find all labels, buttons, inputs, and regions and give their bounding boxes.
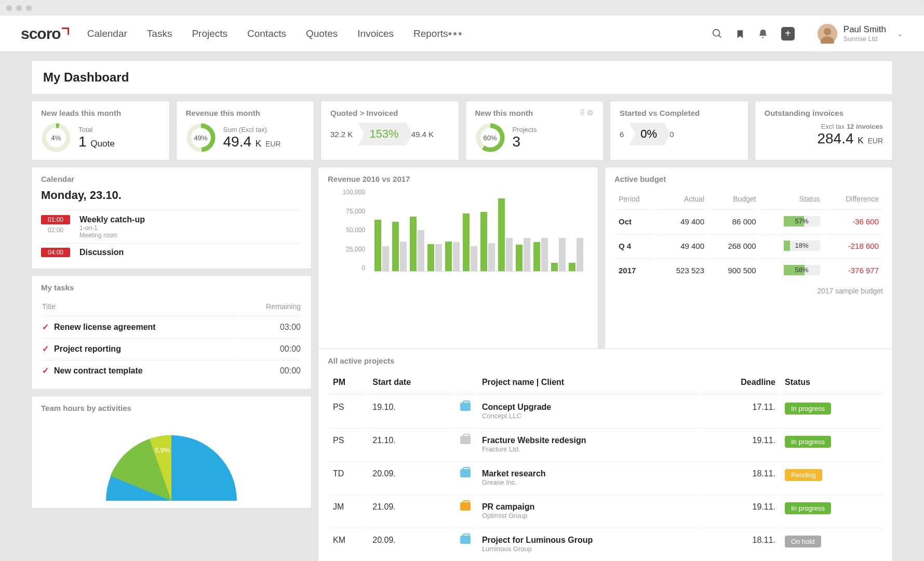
kpi-title: Outstanding invoices: [765, 109, 883, 117]
kpi-new-leads[interactable]: New leads this month 4% Total1 Quote: [31, 101, 170, 161]
nav-calendar[interactable]: Calendar: [87, 28, 127, 39]
status-badge: In progress: [785, 502, 831, 514]
arrow-indicator: 153%: [358, 123, 406, 145]
widget-title: My tasks: [41, 283, 302, 292]
widget-title: All active projects: [328, 356, 883, 365]
kpi-title: Quoted > Invoiced: [330, 109, 449, 117]
arrow-indicator: 0%: [629, 123, 664, 145]
briefcase-icon: [460, 403, 471, 411]
project-row[interactable]: PS21.10.Fracture Website redesignFractur…: [329, 428, 882, 460]
logo-mark-icon: [62, 28, 69, 35]
kpi-new-month[interactable]: New this month⠿ ⚙ 60% Projects3: [465, 101, 604, 161]
check-icon[interactable]: ✓: [42, 344, 49, 353]
status-badge: Pending: [785, 469, 822, 481]
avatar: [818, 24, 837, 44]
window-titlebar: [0, 0, 924, 16]
user-name: Paul Smith: [843, 24, 886, 35]
task-row[interactable]: ✓Renew license agreement03:00: [42, 316, 301, 337]
kpi-revenue[interactable]: Revenue this month 49% Sum (Excl tax)49.…: [176, 101, 315, 161]
kpi-started-completed[interactable]: Started vs Completed 6 0% 0: [610, 101, 748, 161]
project-row[interactable]: TD20.09.Market researchGrease Inc.18.11.…: [329, 461, 882, 493]
kpi-title: New this month⠿ ⚙: [475, 109, 594, 117]
briefcase-icon: [460, 469, 471, 477]
time-badge: 04:00: [41, 248, 70, 257]
nav-contacts[interactable]: Contacts: [247, 28, 286, 39]
page-header: My Dashboard: [31, 60, 893, 95]
calendar-widget: Calendar Monday, 23.10. 01:0002:00Weekly…: [31, 167, 312, 269]
donut-chart: 60%: [475, 123, 505, 153]
time-badge: 01:00: [41, 215, 70, 224]
kpi-outstanding[interactable]: Outstanding invoices Excl tax 12 invoice…: [755, 101, 893, 161]
svg-line-1: [719, 35, 721, 37]
briefcase-icon: [460, 536, 471, 544]
status-badge: In progress: [785, 436, 831, 448]
briefcase-icon: [460, 502, 471, 511]
widget-title: Active budget: [614, 175, 883, 183]
card-drag-icon[interactable]: ⠿ ⚙: [580, 109, 594, 117]
nav-invoices[interactable]: Invoices: [357, 28, 394, 39]
budget-note: 2017 sample budget: [614, 287, 883, 295]
calendar-date: Monday, 23.10.: [41, 189, 302, 202]
logo[interactable]: scoro: [21, 25, 69, 43]
task-row[interactable]: ✓Project reporting00:00: [42, 338, 301, 359]
traffic-light-close[interactable]: [6, 5, 12, 11]
search-icon[interactable]: [712, 28, 723, 39]
donut-chart: 4%: [41, 123, 71, 153]
status-badge: In progress: [785, 403, 831, 415]
widget-title: Revenue 2016 vs 2017: [328, 175, 588, 183]
widget-title: Team hours by activities: [41, 404, 302, 412]
kpi-title: Started vs Completed: [620, 109, 739, 117]
check-icon[interactable]: ✓: [42, 323, 49, 331]
main-nav: CalendarTasksProjectsContactsQuotesInvoi…: [87, 28, 448, 39]
bar-chart: 100,00075,00050,00025,0000: [328, 189, 588, 282]
project-row[interactable]: PS19.10.Concept UpgradeConcept LLC17.11.…: [329, 395, 882, 427]
traffic-light-max[interactable]: [26, 5, 32, 11]
user-company: Sunrise Ltd: [843, 35, 886, 43]
nav-quotes[interactable]: Quotes: [306, 28, 338, 39]
page-title: My Dashboard: [43, 70, 881, 85]
pie-chart: 6.9%: [99, 428, 244, 501]
projects-widget: All active projects PMStart dateProject …: [318, 349, 893, 561]
nav-more-icon[interactable]: •••: [448, 27, 463, 41]
widget-title: Calendar: [41, 175, 302, 183]
budget-row[interactable]: Q 449 400268 00018%-218 600: [615, 234, 882, 257]
project-row[interactable]: JM21.09.PR campaignOptimist Group19.11.I…: [329, 495, 882, 527]
team-hours-widget: Team hours by activities 6.9%: [31, 396, 312, 509]
user-menu[interactable]: Paul Smith Sunrise Ltd ⌄: [818, 24, 903, 44]
budget-row[interactable]: Oct49 40086 00057%-36 600: [615, 209, 882, 233]
calendar-item[interactable]: 01:0002:00Weekly catch-up1-on-1Meeting r…: [41, 210, 302, 243]
check-icon[interactable]: ✓: [42, 366, 49, 375]
top-navbar: scoro CalendarTasksProjectsContactsQuote…: [0, 16, 924, 52]
add-button[interactable]: +: [781, 27, 795, 41]
kpi-quoted[interactable]: Quoted > Invoiced 32.2 K 153% 49.4 K: [320, 101, 459, 161]
status-badge: On hold: [785, 536, 821, 547]
briefcase-icon: [460, 436, 471, 444]
bookmark-icon[interactable]: [735, 28, 745, 39]
svg-point-3: [824, 28, 831, 35]
nav-reports[interactable]: Reports: [413, 28, 448, 39]
donut-chart: 49%: [186, 123, 216, 153]
task-row[interactable]: ✓New contract template00:00: [42, 360, 301, 381]
traffic-light-min[interactable]: [16, 5, 22, 11]
bell-icon[interactable]: [757, 28, 769, 39]
kpi-title: New leads this month: [41, 109, 160, 117]
chevron-down-icon: ⌄: [896, 29, 903, 38]
nav-projects[interactable]: Projects: [192, 28, 227, 39]
project-row[interactable]: KM20.09.Project for Luminous GroupLumino…: [329, 528, 882, 560]
calendar-item[interactable]: 04:00Discussion: [41, 243, 302, 261]
nav-tasks[interactable]: Tasks: [147, 28, 172, 39]
svg-point-0: [713, 29, 720, 36]
kpi-title: Revenue this month: [186, 109, 305, 117]
tasks-widget: My tasks TitleRemaining✓Renew license ag…: [31, 275, 312, 390]
budget-row[interactable]: 2017523 523900 50058%-376 977: [615, 258, 882, 282]
